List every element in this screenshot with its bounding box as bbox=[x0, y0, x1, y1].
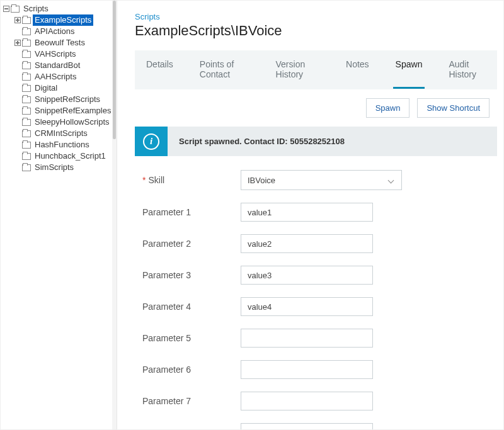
spawn-form: * Skill IBVoice Parameter 1Parameter 2Pa… bbox=[135, 170, 497, 429]
tab-points-of-contact[interactable]: Points of Contact bbox=[197, 50, 252, 89]
folder-icon bbox=[22, 153, 31, 160]
spawn-button[interactable]: Spawn bbox=[366, 98, 410, 118]
tree-item[interactable]: Hunchback_Script1 bbox=[14, 150, 117, 162]
action-bar: Spawn Show Shortcut bbox=[135, 89, 497, 127]
tree-root-item[interactable]: Scripts bbox=[3, 3, 117, 14]
tree-item-label: StandardBot bbox=[33, 60, 82, 71]
tree-item[interactable]: Digital bbox=[14, 82, 117, 94]
folder-icon bbox=[22, 40, 31, 47]
skill-label: * Skill bbox=[142, 175, 241, 185]
parameter-row: Parameter 1 bbox=[142, 203, 497, 222]
parameter-label: Parameter 2 bbox=[142, 239, 241, 249]
info-banner: i Script spawned. Contact ID: 5055282521… bbox=[135, 127, 497, 156]
parameter-input[interactable] bbox=[241, 234, 373, 253]
tree-item[interactable]: SleepyHollowScripts bbox=[14, 116, 117, 128]
tree-spacer-icon bbox=[14, 96, 21, 103]
tree-spacer-icon bbox=[14, 130, 21, 137]
skill-select[interactable]: IBVoice bbox=[241, 170, 402, 190]
tree-item-label: CRMIntScripts bbox=[33, 128, 89, 139]
parameter-row: Parameter 6 bbox=[142, 360, 497, 379]
folder-icon bbox=[22, 62, 31, 69]
folder-icon bbox=[22, 74, 31, 81]
tree-item[interactable]: VAHScripts bbox=[14, 48, 117, 60]
tree-spacer-icon bbox=[14, 119, 21, 125]
folder-icon bbox=[22, 119, 31, 126]
parameter-label: Parameter 8 bbox=[142, 427, 241, 429]
tree-item[interactable]: Beowulf Tests bbox=[14, 37, 117, 48]
expand-icon[interactable] bbox=[14, 40, 21, 46]
folder-icon bbox=[22, 130, 31, 137]
parameter-row: Parameter 3 bbox=[142, 266, 497, 285]
tree-item[interactable]: CRMIntScripts bbox=[14, 128, 117, 139]
tree-item-label: HashFunctions bbox=[33, 139, 91, 150]
skill-row: * Skill IBVoice bbox=[142, 170, 497, 190]
tree-item[interactable]: AAHScripts bbox=[14, 71, 117, 82]
folder-icon bbox=[22, 51, 31, 58]
folder-icon bbox=[22, 85, 31, 92]
required-asterisk: * bbox=[142, 175, 146, 185]
tab-spawn[interactable]: Spawn bbox=[393, 50, 425, 89]
parameter-label: Parameter 5 bbox=[142, 333, 241, 343]
tree-spacer-icon bbox=[14, 74, 21, 80]
tree-spacer-icon bbox=[14, 142, 21, 148]
folder-icon bbox=[22, 28, 31, 35]
info-text: Script spawned. Contact ID: 505528252108 bbox=[168, 127, 356, 156]
parameter-input[interactable] bbox=[241, 297, 373, 316]
sidebar: Scripts ExampleScriptsAPIActionsBeowulf … bbox=[1, 1, 117, 429]
parameter-input[interactable] bbox=[241, 203, 373, 222]
tree-item[interactable]: SimScripts bbox=[14, 162, 117, 173]
main-panel: Scripts ExampleScripts\IBVoice DetailsPo… bbox=[117, 1, 503, 429]
tree-item[interactable]: HashFunctions bbox=[14, 139, 117, 150]
tree-spacer-icon bbox=[14, 28, 21, 35]
parameter-label: Parameter 1 bbox=[142, 207, 241, 217]
folder-icon bbox=[22, 164, 31, 171]
tab-version-history[interactable]: Version History bbox=[273, 50, 323, 89]
tree-root-label: Scripts bbox=[21, 3, 50, 14]
parameter-input[interactable] bbox=[241, 360, 373, 379]
parameter-input[interactable] bbox=[241, 423, 373, 429]
folder-icon bbox=[22, 17, 31, 24]
tree-item-label: SnippetRefExamples bbox=[33, 105, 113, 116]
tree-item-label: Hunchback_Script1 bbox=[33, 150, 108, 162]
parameter-row: Parameter 4 bbox=[142, 297, 497, 316]
parameter-input[interactable] bbox=[241, 392, 373, 410]
tree-item-label: AAHScripts bbox=[33, 71, 78, 82]
parameter-label: Parameter 4 bbox=[142, 302, 241, 312]
parameter-label: Parameter 3 bbox=[142, 270, 241, 280]
tab-audit-history[interactable]: Audit History bbox=[446, 50, 488, 89]
parameter-input[interactable] bbox=[241, 266, 373, 285]
tree-item[interactable]: APIActions bbox=[14, 26, 117, 37]
tree-item-label: SimScripts bbox=[33, 162, 76, 173]
tree-item[interactable]: StandardBot bbox=[14, 60, 117, 71]
tree-item[interactable]: SnippetRefExamples bbox=[14, 105, 117, 116]
folder-icon bbox=[22, 96, 31, 103]
folder-icon bbox=[22, 142, 31, 149]
expand-icon[interactable] bbox=[14, 17, 21, 23]
collapse-icon[interactable] bbox=[3, 6, 9, 12]
tree-item-label: Beowulf Tests bbox=[33, 37, 87, 48]
folder-icon bbox=[11, 6, 20, 13]
tree-spacer-icon bbox=[14, 153, 21, 159]
info-icon: i bbox=[143, 133, 159, 150]
tree-item-label: VAHScripts bbox=[33, 48, 78, 60]
skill-select-value: IBVoice bbox=[248, 176, 275, 185]
tree-spacer-icon bbox=[14, 85, 21, 91]
parameter-row: Parameter 5 bbox=[142, 329, 497, 348]
info-icon-wrap: i bbox=[135, 127, 168, 156]
tree-item[interactable]: SnippetRefScripts bbox=[14, 94, 117, 105]
parameter-input[interactable] bbox=[241, 329, 373, 348]
show-shortcut-button[interactable]: Show Shortcut bbox=[417, 98, 490, 118]
folder-icon bbox=[22, 108, 31, 115]
tree-spacer-icon bbox=[14, 164, 21, 171]
page-title: ExampleScripts\IBVoice bbox=[135, 23, 497, 39]
tab-details[interactable]: Details bbox=[144, 50, 176, 89]
tree-item[interactable]: ExampleScripts bbox=[14, 14, 117, 26]
scrollbar-thumb[interactable] bbox=[113, 1, 116, 139]
breadcrumb[interactable]: Scripts bbox=[135, 12, 497, 21]
tab-bar: DetailsPoints of ContactVersion HistoryN… bbox=[135, 50, 497, 89]
tree-item-label: Digital bbox=[33, 82, 59, 94]
sidebar-scrollbar[interactable] bbox=[112, 1, 117, 429]
tree-spacer-icon bbox=[14, 108, 21, 114]
tree-item-label: SleepyHollowScripts bbox=[33, 116, 112, 128]
tab-notes[interactable]: Notes bbox=[343, 50, 372, 89]
